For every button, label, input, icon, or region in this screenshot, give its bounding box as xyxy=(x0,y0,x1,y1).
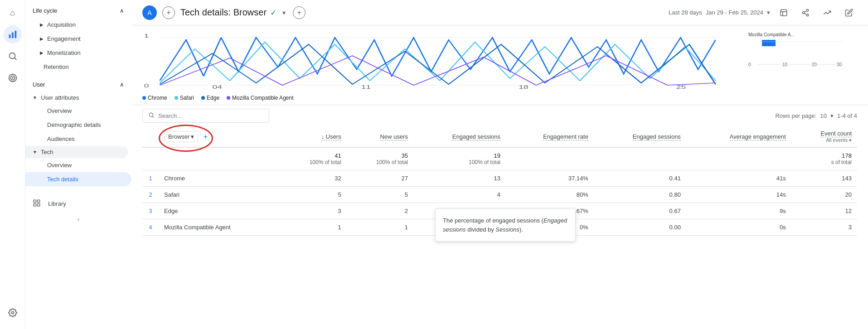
add-column-button[interactable]: + xyxy=(200,132,211,142)
totals-row: 41 100% of total 35 100% of total 19 100… xyxy=(142,147,857,170)
collapse-sidebar-button[interactable]: ‹ xyxy=(25,212,131,226)
settings-icon[interactable] xyxy=(4,304,22,322)
mozilla-label: Mozilla Compatible Agent xyxy=(232,95,293,101)
svg-line-19 xyxy=(804,13,806,15)
search-box[interactable] xyxy=(142,109,269,123)
line-chart: 1 0 04 Feb 11 18 25 xyxy=(142,31,737,91)
engaged-sessions2-safari: 0.80 xyxy=(594,187,686,203)
search-people-icon[interactable] xyxy=(4,47,22,65)
rows-per-page-value: 10 xyxy=(820,112,826,119)
browser-chrome: Chrome xyxy=(159,170,280,187)
total-event-count: 178 xyxy=(797,152,852,159)
sidebar-item-acquisition[interactable]: ▶ Acquisition xyxy=(25,18,131,32)
target-icon[interactable] xyxy=(4,69,22,87)
user-attributes-label: User attributes xyxy=(41,94,79,101)
engaged-sessions2-col-label[interactable]: Engaged sessions xyxy=(633,133,681,140)
svg-rect-1 xyxy=(12,32,14,38)
sidebar-item-ua-overview[interactable]: Overview xyxy=(25,104,131,118)
search-input[interactable] xyxy=(158,112,263,119)
legend-chrome: Chrome xyxy=(142,95,167,101)
browser-mozilla: Mozilla Compatible Agent xyxy=(159,219,280,236)
avg-engagement-col-label[interactable]: Average engagement xyxy=(730,133,786,140)
search-icon xyxy=(148,112,155,120)
browser-dimension-dropdown[interactable]: Browser ▾ xyxy=(164,131,198,142)
collapse-icon: ‹ xyxy=(78,216,79,223)
svg-line-39 xyxy=(153,116,154,118)
tooltip-text-mid: divided by xyxy=(466,226,496,233)
total-new-users-pct: 100% of total xyxy=(352,159,408,165)
tech-group[interactable]: ▼ Tech xyxy=(25,146,128,158)
chart-type-button[interactable] xyxy=(776,5,792,21)
mini-bar-chart: Mozilla Compatible A... 0 10 20 30 xyxy=(748,31,857,91)
trend-button[interactable] xyxy=(819,5,835,21)
svg-point-8 xyxy=(11,312,14,314)
svg-text:0: 0 xyxy=(748,62,751,67)
total-engaged-sessions: 19 xyxy=(419,152,500,159)
engaged-sessions-col-label[interactable]: Engaged sessions xyxy=(452,133,500,140)
avatar[interactable]: A xyxy=(142,5,157,20)
svg-line-20 xyxy=(804,10,806,12)
svg-rect-0 xyxy=(9,34,10,38)
total-new-users: 35 xyxy=(352,152,408,159)
lifecycle-section[interactable]: Life cycle ∧ xyxy=(25,4,131,18)
lifecycle-collapse-icon: ∧ xyxy=(120,7,124,14)
svg-text:04: 04 xyxy=(212,85,222,90)
rank-col-header xyxy=(142,126,159,147)
sidebar-item-tech-overview[interactable]: Overview xyxy=(25,158,131,172)
sidebar-item-retention[interactable]: Retention xyxy=(25,60,131,74)
svg-rect-9 xyxy=(34,200,36,202)
svg-point-18 xyxy=(806,14,809,16)
analytics-icon[interactable] xyxy=(4,25,22,44)
sidebar-item-monetization[interactable]: ▶ Monetization xyxy=(25,46,131,60)
sidebar-item-demographic-details[interactable]: Demographic details xyxy=(25,118,131,132)
edit-button[interactable] xyxy=(841,5,857,21)
add-report-button[interactable]: + xyxy=(162,6,175,19)
tooltip-text-after: ). xyxy=(519,226,523,233)
svg-rect-13 xyxy=(781,10,787,16)
new-users-col-header: New users xyxy=(347,126,413,147)
users-edge: 3 xyxy=(280,203,346,219)
sidebar-item-library[interactable]: Library xyxy=(25,195,131,212)
add-comparison-button[interactable]: + xyxy=(293,6,305,19)
svg-point-17 xyxy=(802,11,805,14)
svg-text:0: 0 xyxy=(144,83,149,88)
event-count-mozilla: 3 xyxy=(791,219,857,236)
event-count-col-label[interactable]: Event count xyxy=(820,130,852,137)
sidebar-item-audiences[interactable]: Audiences xyxy=(25,132,131,146)
rows-dropdown-icon[interactable]: ▾ xyxy=(830,112,834,119)
svg-text:25: 25 xyxy=(676,85,686,90)
sidebar-item-tech-details[interactable]: Tech details xyxy=(25,172,131,186)
user-section-label: User xyxy=(33,81,45,88)
rank-3: 3 xyxy=(142,203,159,219)
users-col-label[interactable]: ↓ Users xyxy=(321,133,341,140)
browser-safari: Safari xyxy=(159,187,280,203)
safari-dot xyxy=(175,96,178,100)
event-count-col-header: Event count All events ▾ xyxy=(791,126,857,147)
engagement-rate-tooltip: The percentage of engaged sessions (Enga… xyxy=(435,208,576,242)
event-count-safari: 20 xyxy=(791,187,857,203)
tech-label: Tech xyxy=(41,149,53,155)
rank-2: 2 xyxy=(142,187,159,203)
new-users-edge: 2 xyxy=(347,203,413,219)
new-users-mozilla: 1 xyxy=(347,219,413,236)
share-button[interactable] xyxy=(797,5,814,21)
avg-engagement-mozilla: 0s xyxy=(686,219,791,236)
svg-point-3 xyxy=(9,53,15,59)
event-filter-dropdown[interactable]: All events ▾ xyxy=(826,137,852,143)
sidebar-item-engagement[interactable]: ▶ Engagement xyxy=(25,32,131,46)
title-dropdown-button[interactable]: ▾ xyxy=(281,7,287,18)
safari-label: Safari xyxy=(180,95,194,101)
rows-per-page-label: Rows per page: xyxy=(775,112,816,119)
engaged-sessions2-col-header: Engaged sessions xyxy=(594,126,686,147)
new-users-col-label[interactable]: New users xyxy=(380,133,408,140)
user-attributes-group[interactable]: ▼ User attributes xyxy=(25,92,131,104)
home-icon[interactable]: ⌂ xyxy=(4,4,22,22)
avg-engagement-col-header: Average engagement xyxy=(686,126,791,147)
chart-legend: Chrome Safari Edge Mozilla Compatible Ag… xyxy=(131,91,868,105)
engagement-rate-col-label[interactable]: Engagement rate xyxy=(543,133,588,140)
rank-4: 4 xyxy=(142,219,159,236)
user-section[interactable]: User ∧ xyxy=(25,77,131,92)
date-range-picker[interactable]: Last 28 days Jan 29 - Feb 25, 2024 ▾ xyxy=(669,9,770,16)
date-range-value: Jan 29 - Feb 25, 2024 xyxy=(706,9,763,16)
engaged-sessions-col-header: Engaged sessions xyxy=(413,126,506,147)
